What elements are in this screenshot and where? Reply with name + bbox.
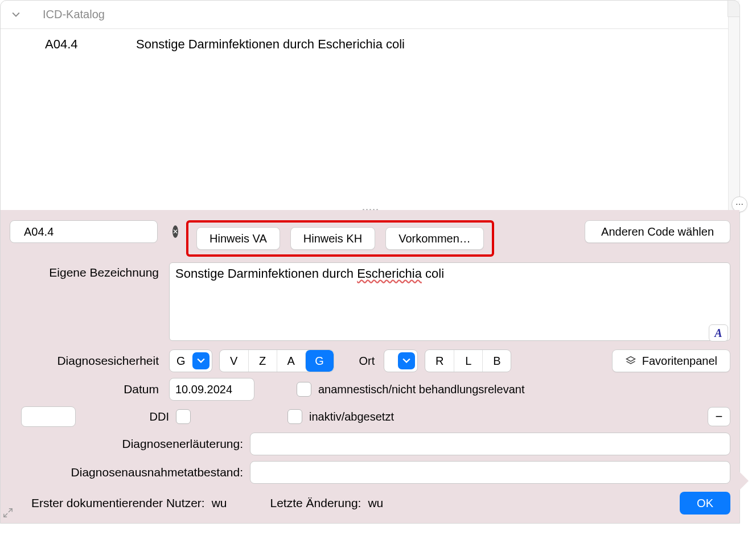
expand-icon[interactable] [3, 507, 13, 521]
ok-button[interactable]: OK [680, 492, 730, 515]
ddi-label: DDI [83, 410, 169, 423]
header: ICD-Katalog [1, 1, 739, 29]
erlaeuterung-label: Diagnosenerläuterung: [10, 437, 243, 451]
diag-security-label: Diagnosesicherheit [10, 354, 162, 368]
dialog-window: ICD-Katalog A04.4 Sonstige Darminfektion… [0, 0, 740, 524]
catalog-row[interactable]: A04.4 Sonstige Darminfektionen durch Esc… [1, 29, 739, 52]
own-description-label: Eigene Bezeichnung [10, 262, 162, 279]
ausnahme-label: Diagnosenausnahmetatbestand: [10, 466, 243, 479]
first-user-value: wu [212, 496, 227, 510]
ort-seg-r[interactable]: R [425, 350, 454, 372]
vorkommen-button[interactable]: Vorkommen… [385, 227, 484, 250]
favoritenpanel-button[interactable]: Favoritenpanel [612, 349, 730, 372]
catalog-results: A04.4 Sonstige Darminfektionen durch Esc… [1, 29, 739, 210]
collapse-toggle-icon[interactable] [12, 11, 20, 19]
ausnahme-input[interactable] [250, 461, 730, 484]
diag-security-select[interactable]: G [169, 349, 212, 372]
diag-seg-a[interactable]: A [277, 350, 305, 372]
catalog-description: Sonstige Darminfektionen durch Escherich… [136, 37, 405, 52]
search-input[interactable] [23, 225, 169, 239]
inaktiv-checkbox[interactable] [287, 409, 302, 424]
header-title: ICD-Katalog [43, 8, 105, 21]
last-change-label: Letzte Änderung: [270, 496, 361, 510]
inaktiv-label: inaktiv/abgesetzt [309, 410, 394, 423]
remove-button[interactable]: − [708, 407, 730, 426]
ort-seg-l[interactable]: L [454, 350, 482, 372]
ort-select[interactable] [384, 349, 418, 372]
first-user-label: Erster dokumentierender Nutzer: [31, 496, 205, 510]
erlaeuterung-input[interactable] [250, 433, 730, 455]
search-input-wrap[interactable]: ✕ [10, 220, 158, 243]
ort-label: Ort [359, 355, 375, 368]
form-panel: ✕ Hinweis VA Hinweis KH Vorkommen… Ander… [1, 210, 739, 523]
other-code-button[interactable]: Anderen Code wählen [585, 220, 730, 243]
ort-segmented[interactable]: R L B [425, 349, 511, 372]
highlighted-buttons-group: Hinweis VA Hinweis KH Vorkommen… [186, 220, 494, 257]
panel-notch [739, 472, 749, 490]
hinweis-kh-button[interactable]: Hinweis KH [290, 227, 375, 250]
ort-seg-b[interactable]: B [482, 350, 511, 372]
chevron-down-icon [192, 352, 209, 369]
anamnestisch-checkbox[interactable] [297, 382, 311, 397]
last-change-value: wu [368, 496, 383, 510]
datum-input[interactable] [169, 378, 254, 401]
own-description-textarea[interactable] [169, 262, 730, 341]
ddi-checkbox[interactable] [176, 409, 191, 424]
layers-icon [625, 355, 636, 367]
diag-seg-v[interactable]: V [220, 350, 248, 372]
datum-label: Datum [10, 382, 162, 396]
clear-search-icon[interactable]: ✕ [172, 225, 178, 238]
diag-seg-g[interactable]: G [305, 350, 334, 372]
anamnestisch-label: anamnestisch/nicht behandlungsrelevant [318, 383, 524, 396]
diag-seg-z[interactable]: Z [248, 350, 277, 372]
font-style-button[interactable]: A [709, 324, 728, 341]
hinweis-va-button[interactable]: Hinweis VA [196, 227, 280, 250]
catalog-code: A04.4 [45, 37, 91, 52]
diag-security-segmented[interactable]: V Z A G [219, 349, 334, 372]
chevron-down-icon [398, 352, 415, 369]
aux-input[interactable] [21, 406, 76, 427]
